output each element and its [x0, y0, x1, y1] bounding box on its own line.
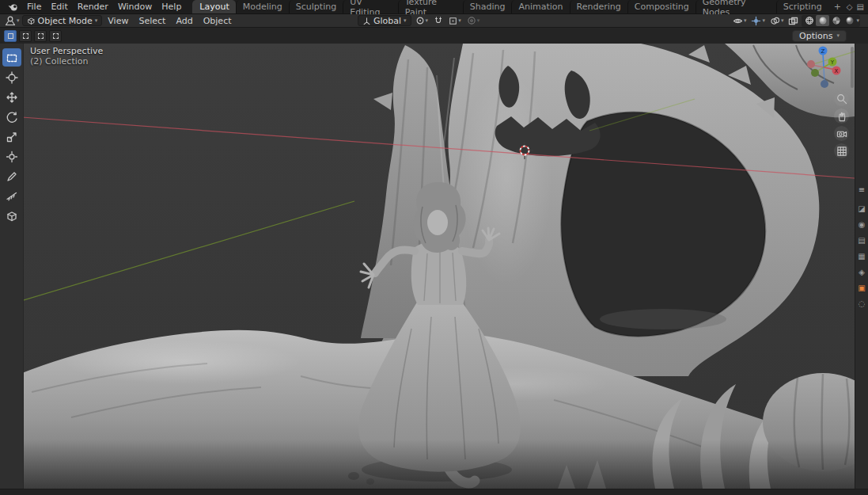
gizmo-z-label: Z: [821, 48, 825, 55]
gizmos-toggle[interactable]: ▾: [749, 15, 767, 26]
tool-scale[interactable]: [2, 128, 21, 146]
tool-measure[interactable]: [2, 187, 21, 205]
mode-selector[interactable]: Object Mode ▾: [22, 15, 103, 26]
overlays-toggle[interactable]: ▾: [768, 15, 786, 26]
menu-view[interactable]: View: [103, 16, 133, 26]
pivot-point-dropdown[interactable]: ▾: [414, 15, 430, 26]
tool-move[interactable]: [2, 88, 21, 106]
tab-compositing[interactable]: Compositing: [627, 0, 696, 13]
chevron-down-icon: ▾: [404, 18, 407, 24]
properties-editor-icon[interactable]: ≡: [859, 186, 865, 194]
snap-settings-dropdown[interactable]: ▾: [447, 15, 463, 26]
camera-view-button[interactable]: [834, 126, 849, 141]
chevron-down-icon: ▾: [458, 18, 461, 24]
tool-annotate[interactable]: [2, 167, 21, 185]
tool-cursor[interactable]: [2, 68, 21, 86]
select-mode-new-button[interactable]: [4, 30, 17, 42]
select-mode-subtract-icon: [38, 33, 44, 39]
properties-tab-render[interactable]: ◉: [859, 221, 866, 229]
status-bar: [0, 489, 868, 495]
shading-material-button[interactable]: [829, 15, 843, 26]
mode-label: Object Mode: [38, 16, 93, 26]
menu-file[interactable]: File: [22, 0, 46, 13]
shading-rendered-button[interactable]: [843, 15, 856, 26]
navigation-gizmo[interactable]: Z Y X: [802, 45, 847, 92]
orthographic-toggle-button[interactable]: [834, 143, 849, 158]
tab-shading[interactable]: Shading: [463, 0, 512, 13]
collection-label: (2) Collection: [30, 56, 103, 67]
viewport-3d[interactable]: User Perspective (2) Collection: [0, 44, 855, 489]
tab-rendering[interactable]: Rendering: [570, 0, 627, 13]
object-type-visibility-dropdown[interactable]: ▾: [731, 15, 749, 26]
magnifier-icon: [836, 93, 847, 105]
select-box-icon: [6, 51, 18, 64]
menu-render[interactable]: Render: [73, 0, 113, 13]
rendered-sphere-icon: [845, 16, 855, 25]
chevron-down-icon: ▾: [744, 18, 747, 24]
shading-solid-button[interactable]: [816, 15, 829, 26]
add-workspace-button[interactable]: +: [828, 0, 847, 13]
menu-select[interactable]: Select: [134, 16, 170, 26]
properties-tab-view-layer[interactable]: ▦: [858, 253, 865, 261]
transform-tool-icon: [6, 150, 18, 163]
tab-texture-paint[interactable]: Texture Paint: [398, 0, 463, 13]
tool-select-box[interactable]: [2, 48, 21, 67]
snap-toggle[interactable]: [432, 15, 445, 26]
tab-sculpting[interactable]: Sculpting: [289, 0, 343, 13]
gizmo-icon: [751, 16, 761, 26]
topbar: File Edit Render Window Help Layout Mode…: [0, 0, 868, 14]
zoom-button[interactable]: [834, 91, 849, 106]
tab-layout[interactable]: Layout: [192, 0, 235, 13]
view-layer-icon[interactable]: ▤: [857, 2, 864, 11]
blender-logo-icon[interactable]: [4, 0, 22, 13]
menu-add[interactable]: Add: [171, 16, 197, 26]
xray-toggle[interactable]: [787, 15, 800, 26]
chevron-down-icon: ▾: [762, 18, 765, 24]
move-tool-icon: [6, 91, 18, 104]
pan-button[interactable]: [834, 109, 849, 124]
visibility-eye-icon: [733, 16, 743, 26]
proportional-editing-dropdown[interactable]: ▾: [465, 15, 482, 26]
chevron-down-icon: ▾: [856, 18, 859, 24]
region-scrollbar[interactable]: [851, 47, 854, 88]
topbar-right: ◇ ▤: [847, 0, 868, 13]
blender-window: File Edit Render Window Help Layout Mode…: [0, 0, 868, 495]
transform-orientation-dropdown[interactable]: Global ▾: [358, 15, 411, 26]
gizmo-neg-x-ball[interactable]: [807, 60, 815, 68]
tab-animation[interactable]: Animation: [511, 0, 569, 13]
scene-icon[interactable]: ◇: [847, 2, 853, 11]
select-mode-subtract-button[interactable]: [34, 30, 47, 42]
properties-tab-output[interactable]: ▤: [858, 237, 865, 245]
tool-rotate[interactable]: [2, 108, 21, 126]
shading-wireframe-button[interactable]: [802, 15, 816, 26]
tool-settings-bar: Options ▾: [0, 27, 868, 44]
annotate-tool-icon: [6, 170, 18, 183]
properties-tab-scene[interactable]: ◈: [859, 268, 865, 276]
menu-object[interactable]: Object: [199, 16, 237, 26]
select-mode-intersect-button[interactable]: [49, 30, 62, 42]
properties-tab-object[interactable]: ▣: [858, 284, 865, 292]
shading-mode-group: ▾: [802, 15, 860, 27]
editor-type-button[interactable]: ▾: [3, 15, 21, 26]
properties-tab-physics[interactable]: ◌: [859, 300, 866, 308]
tool-add-cube[interactable]: [2, 207, 21, 225]
magnet-icon: [434, 16, 443, 25]
select-mode-extend-button[interactable]: [19, 30, 32, 42]
tab-geometry-nodes[interactable]: Geometry Nodes: [696, 0, 776, 13]
viewport-canvas[interactable]: [0, 44, 855, 489]
gizmo-neg-z-ball[interactable]: [821, 80, 828, 88]
tab-scripting[interactable]: Scripting: [776, 0, 828, 13]
options-label: Options: [799, 31, 832, 41]
menu-window[interactable]: Window: [113, 0, 157, 13]
tab-modeling[interactable]: Modeling: [236, 0, 289, 13]
tool-transform[interactable]: [2, 147, 21, 166]
menu-help[interactable]: Help: [157, 0, 186, 13]
gizmo-neg-y-ball[interactable]: [811, 69, 819, 77]
menu-edit[interactable]: Edit: [46, 0, 72, 13]
view-controls: [834, 91, 849, 158]
select-mode-extend-icon: [23, 33, 28, 39]
workspace-tabs: Layout Modeling Sculpting UV Editing Tex…: [192, 0, 846, 13]
properties-tab-tool[interactable]: ◪: [858, 205, 865, 213]
tab-uv-editing[interactable]: UV Editing: [343, 0, 398, 13]
options-dropdown[interactable]: Options ▾: [792, 30, 847, 42]
